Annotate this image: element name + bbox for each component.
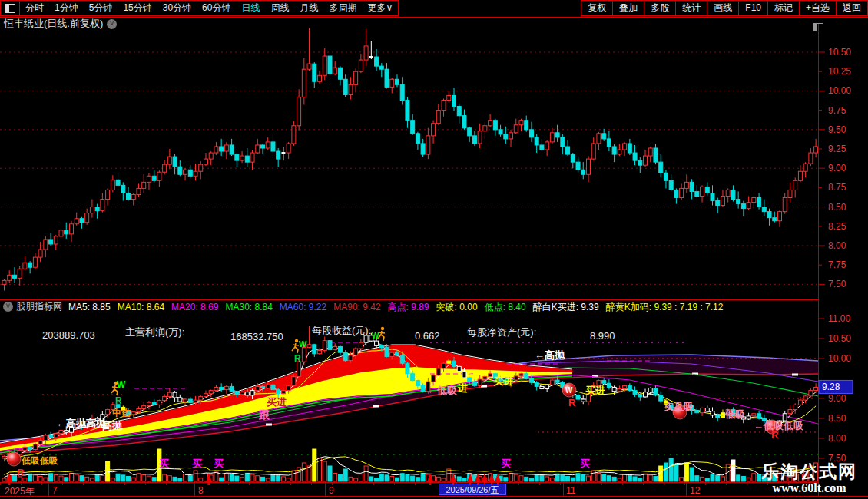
menu-item-10[interactable]: 更多∨: [362, 1, 398, 15]
indicator-field-6: 高点: 9.89: [388, 302, 429, 312]
svg-text:8.75: 8.75: [828, 182, 846, 193]
menu-item-4[interactable]: 30分钟: [157, 1, 197, 15]
indicator-header: ˅ 股朋指标网 MA5: 8.85MA10: 8.64MA20: 8.69MA3…: [0, 299, 818, 313]
watermark: 乐淘公式网 www.60lt.com: [761, 461, 857, 495]
menu-item-6[interactable]: 日线: [236, 1, 265, 15]
window-bottom-border: [0, 496, 868, 497]
tool-item-5[interactable]: F10: [738, 1, 767, 15]
svg-text:9.50: 9.50: [828, 124, 846, 135]
tool-item-4[interactable]: 画线: [707, 1, 738, 15]
svg-text:7.50: 7.50: [828, 279, 846, 289]
tool-item-8[interactable]: 返回: [836, 1, 867, 15]
indicator-signal-label: R: [294, 353, 301, 364]
watermark-site-url: www.60lt.com: [761, 481, 857, 495]
financial-text: 203889.703: [42, 329, 95, 341]
svg-text:10.00: 10.00: [828, 353, 851, 364]
menu-item-1[interactable]: 1分钟: [49, 1, 84, 15]
svg-text:11.00: 11.00: [828, 313, 850, 324]
indicator-signal-label: 进: [457, 382, 468, 394]
stock-app-window: 分时1分钟5分钟15分钟30分钟60分钟日线周线月线多周期更多∨ 复权叠加多股统…: [0, 0, 868, 499]
financial-text: 主营利润(万):: [125, 326, 184, 338]
indicator-field-4: MA60: 9.22: [280, 302, 326, 312]
buy-signal-label: 买: [192, 458, 202, 469]
indicator-chart[interactable]: 203889.703主营利润(万):168532.750每股收益(元):0.66…: [0, 313, 818, 497]
indicator-signal-label: 实盘吸: [664, 401, 694, 412]
indicator-signal-label: 跟: [258, 408, 270, 421]
indicator-signal-label: W: [299, 339, 307, 349]
indicator-signal-label: 中吉: [112, 408, 131, 418]
indicator-field-1: MA10: 8.64: [118, 302, 164, 312]
menu-item-3[interactable]: 15分钟: [118, 1, 157, 15]
menu-item-7[interactable]: 周线: [265, 1, 294, 15]
svg-text:8.25: 8.25: [828, 221, 846, 232]
main-candlestick-chart[interactable]: [0, 21, 818, 301]
indicator-signal-label: R: [771, 429, 779, 441]
runner-icon: [292, 339, 299, 353]
buy-signal-label: 买: [159, 458, 169, 469]
menu-item-9[interactable]: 多周期: [323, 1, 362, 15]
tool-item-1[interactable]: 叠加: [612, 1, 644, 15]
svg-text:8.50: 8.50: [828, 202, 846, 213]
menu-item-0[interactable]: 分时: [20, 1, 49, 15]
tool-menu: 复权叠加多股统计画线F10标记+自选返回: [581, 0, 868, 16]
financial-text: 0.662: [415, 330, 440, 342]
tool-item-2[interactable]: 多股: [644, 1, 675, 15]
signal-ball-icon: [7, 452, 21, 466]
svg-text:10.50: 10.50: [828, 333, 851, 344]
indicator-signal-label: ←低吸: [427, 385, 458, 396]
watermark-site-name: 乐淘公式网: [761, 461, 857, 481]
svg-text:10.50: 10.50: [828, 47, 851, 58]
price-axis: 10.5010.2510.009.759.509.259.008.758.508…: [818, 17, 868, 499]
indicator-field-2: MA20: 8.69: [171, 302, 218, 312]
tool-item-0[interactable]: 复权: [581, 1, 612, 15]
buy-signal-label: 买: [580, 458, 590, 469]
chevron-down-icon[interactable]: ˅: [107, 19, 117, 29]
indicator-signal-label: W: [565, 386, 573, 395]
tool-item-6[interactable]: 标记: [767, 1, 799, 15]
indicator-signal-label: ←高抛高抛: [56, 418, 107, 429]
indicator-signal-label: W: [117, 379, 126, 390]
svg-text:8.00: 8.00: [828, 433, 846, 444]
svg-text:9.25: 9.25: [828, 144, 846, 154]
svg-text:10.00: 10.00: [828, 85, 851, 96]
svg-text:9.75: 9.75: [828, 105, 846, 116]
svg-text:10.25: 10.25: [828, 66, 851, 77]
indicator-field-7: 突破: 0.00: [436, 302, 478, 312]
svg-text:9.00: 9.00: [828, 393, 846, 404]
indicator-signal-label: ←低吸: [715, 408, 746, 420]
indicator-signal-label: R: [17, 467, 25, 478]
menu-item-5[interactable]: 60分钟: [197, 1, 236, 15]
indicator-signal-label: 买进: [493, 375, 513, 387]
menu-item-8[interactable]: 月线: [294, 1, 323, 15]
top-menu-bar: 分时1分钟5分钟15分钟30分钟60分钟日线周线月线多周期更多∨ 复权叠加多股统…: [0, 0, 868, 18]
financial-text: 每股净资产(元):: [467, 326, 536, 338]
tool-item-3[interactable]: 统计: [675, 1, 707, 15]
layout-toggle-button[interactable]: [1, 1, 20, 15]
buy-signal-label: 买: [214, 458, 224, 469]
financial-text: 每股收益(元):: [312, 325, 371, 336]
indicator-field-0: MA5: 8.85: [68, 302, 111, 312]
indicator-field-9: 醉白K买进: 9.39: [533, 302, 599, 312]
chevron-down-icon[interactable]: ˅: [3, 302, 13, 312]
indicator-signal-label: 买进: [267, 396, 287, 408]
svg-text:8.00: 8.00: [828, 240, 846, 251]
indicator-signal-label: R: [115, 395, 122, 406]
indicator-signal-label: 低吸低吸: [21, 455, 58, 466]
buy-signal-label: 买: [501, 458, 511, 469]
period-menu: 分时1分钟5分钟15分钟30分钟60分钟日线周线月线多周期更多∨: [0, 0, 399, 16]
window-split-icon: [5, 4, 15, 13]
indicator-signal-label: ←低吸低吸: [754, 420, 804, 431]
indicator-field-5: MA90: 9.42: [333, 302, 380, 312]
indicator-values: MA5: 8.85MA10: 8.64MA20: 8.69MA30: 8.84M…: [68, 299, 730, 313]
indicator-field-8: 低点: 8.40: [485, 302, 526, 312]
pane-toggle-icon[interactable]: [813, 23, 823, 31]
svg-text:7.75: 7.75: [828, 259, 846, 270]
chart-title: 恒丰纸业(日线.前复权): [4, 17, 103, 31]
indicator-signal-label: R: [568, 397, 576, 408]
svg-text:9.28: 9.28: [822, 382, 840, 392]
tool-item-7[interactable]: +自选: [799, 1, 836, 15]
svg-text:9.00: 9.00: [828, 163, 846, 173]
menu-item-2[interactable]: 5分钟: [84, 1, 118, 15]
indicator-signal-label: 买进: [585, 385, 605, 396]
indicator-signal-label: W: [372, 332, 379, 340]
